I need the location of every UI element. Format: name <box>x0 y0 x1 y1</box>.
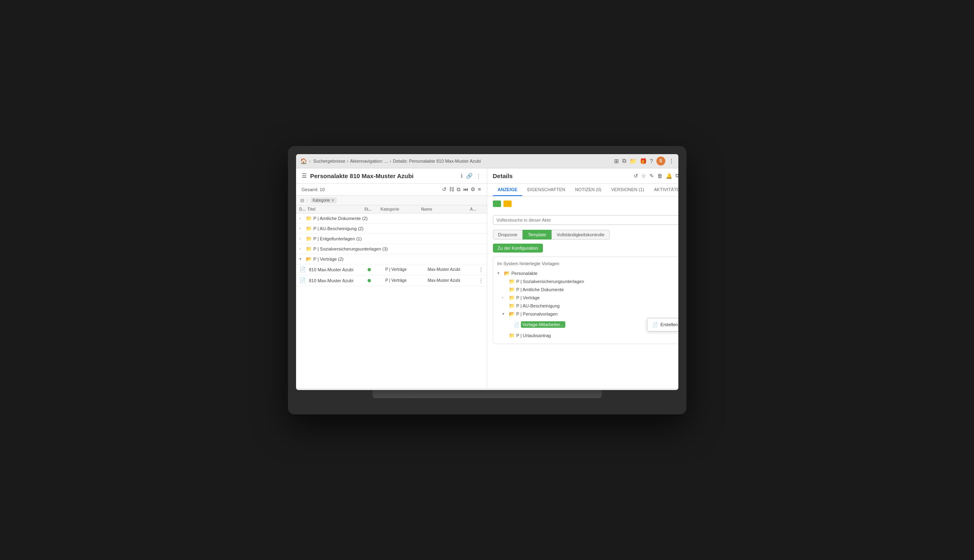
file-category: P | Verträge <box>386 267 426 272</box>
bell-icon[interactable]: 🔔 <box>666 173 672 179</box>
hamburger-icon[interactable]: ☰ <box>302 172 307 179</box>
tree-folder-icon: 📁 <box>509 287 515 292</box>
tree-label: Personalakte <box>512 271 538 276</box>
more-icon[interactable]: ⋮ <box>476 173 481 179</box>
row-more-icon[interactable]: ⋮ <box>478 266 486 273</box>
link-icon[interactable]: 🔗 <box>466 173 473 179</box>
tree-label: P | Amtliche Dokumente <box>516 287 564 292</box>
group-chevron-icon: ▾ <box>299 257 304 261</box>
tree-label: P | Personalvorlagen <box>516 312 558 316</box>
settings-icon[interactable]: ⚙ <box>471 186 475 192</box>
column-headers: D... Titel St... Kategorie Name A... <box>296 205 487 214</box>
template-tree: ▾ 📂 Personalakte 📁 P | Sozialversicherun… <box>497 269 678 340</box>
search-input[interactable] <box>497 218 675 222</box>
tree-item-au[interactable]: 📁 P | AU-Bescheinigung <box>497 302 678 310</box>
tab-versionen[interactable]: VERSIONEN (1) <box>606 184 649 196</box>
group-row[interactable]: › 📁 P | AU-Bescheinigung (2) <box>296 224 487 234</box>
filter-remove-icon[interactable]: ✕ <box>331 198 334 203</box>
group-name: P | Entgeltunterlagen (1) <box>314 236 484 241</box>
tree-item-amtliche[interactable]: 📁 P | Amtliche Dokumente <box>497 285 678 294</box>
vollstaendigkeit-tab-btn[interactable]: Vollständigkeitskontrolle <box>551 230 610 240</box>
history-icon[interactable]: ⏮ <box>463 186 468 192</box>
tree-item-vertraege[interactable]: › 📁 P | Verträge <box>497 294 678 302</box>
group-folder-open-icon: 📂 <box>306 256 312 262</box>
file-name-col: Max-Muster Azubi <box>428 267 477 272</box>
tree-label: P | Urlaubsantrag <box>516 333 551 338</box>
col-a: A... <box>470 207 482 211</box>
user-avatar[interactable]: S <box>656 157 665 166</box>
apps-grid-icon[interactable]: ⊞ <box>614 158 619 164</box>
group-row[interactable]: › 📁 P | Sozialversicherungsunterlagen (3… <box>296 244 487 254</box>
group-name: P | Sozialversicherungsunterlagen (3) <box>314 246 484 251</box>
status-dot <box>368 278 384 283</box>
group-row[interactable]: › 📁 P | Entgeltunterlagen (1) <box>296 234 487 244</box>
tab-notizen[interactable]: NOTIZEN (0) <box>570 184 606 196</box>
col-title: Titel <box>307 207 364 211</box>
tree-item-vorlage[interactable]: 📄 Vorlage-Mitarbeiter... <box>497 320 643 329</box>
tab-eigenschaften[interactable]: EIGENSCHAFTEN <box>522 184 570 196</box>
group-folder-icon: 📁 <box>306 226 312 231</box>
breadcrumb-sep1: › <box>347 159 349 163</box>
breadcrumb-nav[interactable]: Aktennavigation: ... <box>350 159 388 163</box>
col-category: Kategorie <box>381 207 421 211</box>
group-row[interactable]: ▾ 📂 P | Verträge (2) <box>296 254 487 264</box>
group-chevron-icon: › <box>299 246 304 251</box>
tree-item-sozialversicherung[interactable]: 📁 P | Sozialversicherungsunterlagen <box>497 277 678 285</box>
view-icon[interactable]: ≡ <box>478 186 481 192</box>
link2-icon[interactable]: ⛓ <box>449 186 454 192</box>
copy2-icon[interactable]: ⧉ <box>675 172 678 179</box>
breadcrumb-sep2: › <box>390 159 391 163</box>
home-icon[interactable]: 🏠 <box>300 158 307 164</box>
color-green[interactable] <box>493 200 501 207</box>
top-icons: ⊞ ⧉ 📁 🎁 ? S ⋮ <box>614 157 674 166</box>
context-menu-erstellen[interactable]: 📄 Erstellen <box>647 320 678 329</box>
search-bar: 🔍 <box>493 215 678 225</box>
copy-icon[interactable]: ⧉ <box>457 186 460 193</box>
refresh-icon[interactable]: ↺ <box>442 186 447 192</box>
table-row[interactable]: 📄 810 Max-Muster Azubi P | Verträge Max-… <box>296 264 487 275</box>
tree-chevron-icon: ▾ <box>502 312 507 316</box>
tree-item-personalakte[interactable]: ▾ 📂 Personalakte <box>497 269 678 277</box>
more-options-icon[interactable]: ⋮ <box>669 158 674 164</box>
breadcrumb-search[interactable]: Suchergebnisse <box>313 159 345 163</box>
reload-icon[interactable]: ↺ <box>634 173 638 179</box>
right-header-icons: ↺ ☆ ✎ 🗑 🔔 ⧉ ⋮ <box>634 172 678 179</box>
tree-label: P | AU-Bescheinigung <box>516 303 560 308</box>
tabs-icon[interactable]: ⧉ <box>622 157 626 164</box>
filter-tag-kategorie[interactable]: Kategorie ✕ <box>310 197 337 203</box>
pdf-icon: 📄 <box>299 277 307 283</box>
tree-folder-icon: 📂 <box>509 311 515 317</box>
delete-icon[interactable]: 🗑 <box>657 173 662 179</box>
folder-icon[interactable]: 📁 <box>630 158 636 164</box>
config-button[interactable]: Zu der Konfiguration <box>493 244 543 253</box>
star-icon[interactable]: ☆ <box>641 173 646 179</box>
info-icon[interactable]: ℹ <box>461 173 463 179</box>
tree-folder-icon: 📁 <box>509 333 515 338</box>
group-folder-icon: 📁 <box>306 246 312 252</box>
color-yellow[interactable] <box>503 200 512 207</box>
dropzone-tab-btn[interactable]: Dropzone <box>493 230 523 240</box>
tree-item-urlaubsantrag[interactable]: 📁 P | Urlaubsantrag <box>497 331 678 340</box>
template-tab-btn[interactable]: Template <box>523 230 551 240</box>
count-label: Gesamt: 10 <box>302 187 440 192</box>
edit-icon[interactable]: ✎ <box>649 173 654 179</box>
filter-sep: | <box>307 197 308 203</box>
breadcrumb-detail[interactable]: Details: Personalakte 810 Max-Muster Azu… <box>393 159 481 163</box>
group-chevron-icon: › <box>299 216 304 220</box>
search-icon[interactable]: 🔍 <box>678 217 678 223</box>
help-icon[interactable]: ? <box>650 158 653 164</box>
gift-icon[interactable]: 🎁 <box>640 158 647 164</box>
tree-folder-icon: 📁 <box>509 303 515 309</box>
tab-aktivitaeten[interactable]: AKTIVITÄTEN <box>649 184 678 196</box>
group-name: P | Amtliche Dokumente (2) <box>314 216 484 221</box>
group-row[interactable]: › 📁 P | Amtliche Dokumente (2) <box>296 214 487 224</box>
table-row[interactable]: 📄 810 Max-Muster Azubi P | Verträge Max-… <box>296 275 487 286</box>
context-menu-label: Erstellen <box>660 322 678 327</box>
tab-anzeige[interactable]: ANZEIGE <box>493 184 523 196</box>
row-more-icon[interactable]: ⋮ <box>478 277 486 284</box>
context-menu: 📄 Erstellen <box>647 318 678 331</box>
tree-item-personalvorlagen[interactable]: ▾ 📂 P | Personalvorlagen <box>497 310 678 318</box>
file-title: 810 Max-Muster Azubi <box>309 278 366 283</box>
template-panel-title: Im System hinterlegte Vorlagen <box>497 261 678 266</box>
back-icon[interactable]: ‹ <box>309 159 311 163</box>
